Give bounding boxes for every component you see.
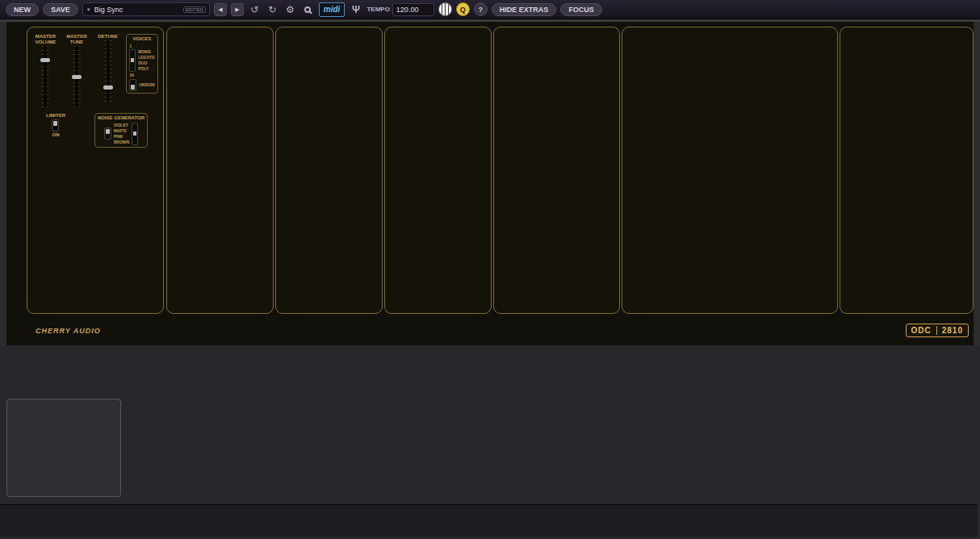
fx-strips [165, 504, 978, 537]
model-badge: ODC2810 [906, 324, 969, 337]
preset-dropdown-icon: ▼ [86, 7, 91, 12]
slider-thumb[interactable] [40, 58, 50, 62]
zoom-icon[interactable] [301, 2, 315, 17]
preset-selector[interactable]: ▼ Big Sync EDITED [82, 2, 210, 16]
ctrl-master-volume: MASTER VOLUME [32, 34, 58, 107]
app-window: NEW SAVE ▼ Big Sync EDITED ◀ ▶ ↺ ↻ ⚙ mid… [0, 0, 980, 539]
unison-label: UNISON [139, 82, 154, 87]
voice-mode-mono: MONO [138, 49, 154, 54]
voices-max: 16 [129, 73, 136, 77]
tempo-control: TEMPO 120.00 [366, 3, 433, 16]
noise-generator-box: NOISE GENERATORVIOLETWHITEPINKBROWN [94, 113, 148, 148]
slider-thumb[interactable] [103, 86, 113, 90]
slider-track [107, 40, 109, 102]
noise-pink: PINK [114, 134, 129, 139]
section-vco-1 [166, 27, 274, 314]
ctrl-detune: DETUNE [95, 34, 121, 102]
noise-white: WHITE [114, 128, 129, 133]
tuning-fork-icon[interactable]: Ψ [349, 2, 362, 17]
hide-extras-button[interactable]: HIDE EXTRAS [492, 3, 557, 16]
next-preset-button[interactable]: ▶ [231, 3, 244, 16]
limiter-state: ON [52, 132, 59, 138]
fx-units [165, 350, 978, 500]
detune-label: DETUNE [98, 34, 118, 40]
voices-slider[interactable] [129, 49, 136, 72]
section-vco-2 [275, 27, 383, 314]
voice-mode-duo: DUO [138, 61, 154, 65]
limiter-control: LIMITERON [43, 113, 69, 138]
brand-logo: CHERRY AUDIO [36, 327, 101, 335]
slider-detune[interactable] [103, 40, 114, 102]
switch-nub [53, 121, 57, 126]
slider-thumb[interactable] [72, 75, 82, 79]
synth-panel: MASTER VOLUMEMASTER TUNEDETUNEVOICES116M… [0, 19, 980, 345]
effect-modulator-panel [6, 399, 121, 497]
focus-button[interactable]: FOCUS [560, 3, 602, 16]
switch-nub [106, 129, 110, 134]
section-master: MASTER VOLUMEMASTER TUNEDETUNEVOICES116M… [27, 27, 164, 314]
master-volume-label: MASTER VOLUME [32, 34, 58, 45]
slider-master-volume[interactable] [40, 46, 51, 107]
keyboard-icon[interactable] [438, 2, 452, 16]
voice-mode-legato: LEGATO [138, 55, 154, 60]
unison-switch[interactable] [129, 79, 136, 91]
help-button[interactable]: ? [474, 2, 488, 16]
model-number: 2810 [936, 326, 963, 335]
master-tune-label: MASTER TUNE [64, 34, 90, 45]
slider-master-tune[interactable] [71, 46, 82, 107]
limiter-label: LIMITER [46, 113, 65, 119]
redo-icon[interactable]: ↻ [266, 2, 279, 17]
model-prefix: ODC [911, 326, 932, 335]
section-vco-3 [384, 27, 492, 314]
voices-min: 1 [129, 44, 136, 48]
voice-mode-poly: POLY [138, 66, 154, 71]
slider-track [44, 46, 47, 107]
section-filter-amp [622, 27, 838, 314]
magnifier-glyph [304, 6, 311, 13]
section-sample-hold [493, 27, 620, 314]
preset-name: Big Sync [94, 6, 124, 14]
midi-button[interactable]: midi [319, 2, 346, 17]
limiter-switch[interactable] [52, 119, 59, 132]
fx-master-controls [0, 504, 165, 537]
noise-type-switch[interactable] [104, 127, 111, 140]
effects-rack [0, 345, 980, 539]
qwerty-keys-button[interactable]: Q [456, 2, 470, 16]
switch-nub [131, 85, 135, 90]
prev-preset-button[interactable]: ◀ [214, 3, 227, 16]
tempo-value-field[interactable]: 120.00 [392, 3, 434, 16]
save-button[interactable]: SAVE [43, 3, 78, 16]
undo-icon[interactable]: ↺ [248, 2, 262, 17]
section-envelopes [840, 27, 974, 314]
noise-level-slider[interactable] [132, 123, 138, 145]
tempo-label: TEMPO [366, 6, 389, 13]
noise-generator-label: NOISE GENERATOR [98, 115, 144, 121]
new-button[interactable]: NEW [6, 3, 39, 16]
voices-box: VOICES116MONOLEGATODUOPOLYUNISON [126, 34, 157, 94]
noise-level-nub[interactable] [133, 132, 136, 136]
toolbar: NEW SAVE ▼ Big Sync EDITED ◀ ▶ ↺ ↻ ⚙ mid… [0, 0, 980, 19]
settings-gear-icon[interactable]: ⚙ [283, 2, 297, 17]
panel-footer: CHERRY AUDIO ODC2810 [0, 317, 980, 348]
noise-brown: BROWN [114, 140, 129, 144]
edited-badge: EDITED [183, 6, 206, 13]
voices-label: VOICES [133, 36, 152, 42]
ctrl-master-tune: MASTER TUNE [64, 34, 90, 107]
noise-violet: VIOLET [114, 123, 129, 127]
voices-slider-nub[interactable] [131, 58, 134, 62]
